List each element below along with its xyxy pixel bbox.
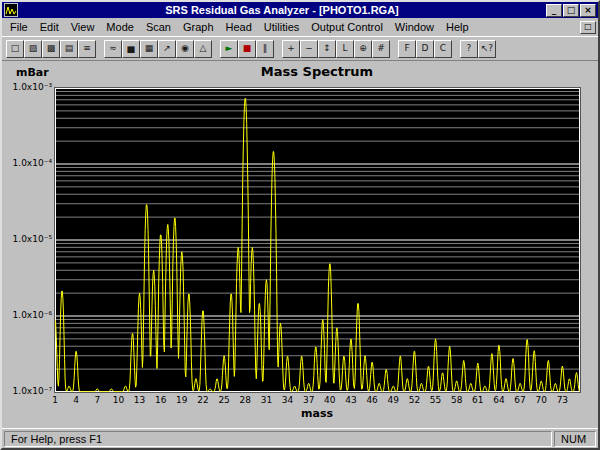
minimize-button[interactable]: _ (546, 4, 562, 17)
toolbar-group: FDC (398, 40, 452, 58)
log-linear-button[interactable]: L (336, 40, 354, 58)
statusbar: For Help, press F1 NUM (2, 428, 598, 448)
filament-button[interactable]: F (398, 40, 416, 58)
app-icon[interactable] (4, 3, 18, 17)
x-tick-label: 19 (176, 395, 187, 405)
menu-view[interactable]: View (65, 19, 101, 35)
toolbar-group: □▨▩▤≡ (6, 40, 96, 58)
x-tick-label: 25 (218, 395, 229, 405)
x-tick-label: 37 (303, 395, 314, 405)
y-tick-label: 1.0x10⁻⁵ (4, 234, 52, 244)
menu-graph[interactable]: Graph (177, 19, 220, 35)
annunciator-button[interactable]: △ (194, 40, 212, 58)
menu-utilities[interactable]: Utilities (258, 19, 305, 35)
x-tick-label: 64 (493, 395, 504, 405)
app-window: SRS Residual Gas Analyzer - [PHOTO1.RGA]… (0, 0, 600, 450)
restore-button[interactable]: □ (563, 4, 579, 17)
menu-edit[interactable]: Edit (34, 19, 65, 35)
toolbar-group: ?↖? (460, 40, 496, 58)
chart-title: Mass Spectrum (261, 64, 373, 79)
copy-button[interactable]: ≡ (78, 40, 96, 58)
toolbar-group: +−↕L⊕# (282, 40, 390, 58)
zoom-out-button[interactable]: − (300, 40, 318, 58)
x-tick-label: 13 (134, 395, 145, 405)
spectrum-plot[interactable] (55, 88, 580, 392)
menu-output-control[interactable]: Output Control (305, 19, 389, 35)
x-tick-label: 73 (557, 395, 568, 405)
y-axis-unit: mBar (16, 66, 49, 79)
x-tick-label: 70 (536, 395, 547, 405)
x-tick-label: 28 (240, 395, 251, 405)
stop-scan-button[interactable]: ■ (238, 40, 256, 58)
x-tick-label: 40 (324, 395, 335, 405)
numlock-indicator: NUM (554, 431, 596, 447)
menu-help[interactable]: Help (440, 19, 475, 35)
pause-scan-button[interactable]: ‖ (256, 40, 274, 58)
titlebar: SRS Residual Gas Analyzer - [PHOTO1.RGA]… (2, 2, 598, 18)
menu-file[interactable]: File (4, 19, 34, 35)
histogram-scan-button[interactable]: ▅ (122, 40, 140, 58)
autoscale-button[interactable]: ↕ (318, 40, 336, 58)
table-scan-button[interactable]: ▦ (140, 40, 158, 58)
x-tick-label: 16 (155, 395, 166, 405)
x-tick-label: 4 (73, 395, 79, 405)
menu-mode[interactable]: Mode (100, 19, 140, 35)
print-button[interactable]: ▤ (60, 40, 78, 58)
menu-head[interactable]: Head (220, 19, 258, 35)
plot-frame (54, 87, 581, 393)
status-message: For Help, press F1 (4, 431, 552, 447)
x-tick-label: 55 (430, 395, 441, 405)
x-tick-label: 52 (409, 395, 420, 405)
pvst-scan-button[interactable]: ↗ (158, 40, 176, 58)
cursor-button[interactable]: ⊕ (354, 40, 372, 58)
new-button[interactable]: □ (6, 40, 24, 58)
x-tick-label: 46 (366, 395, 377, 405)
cdem-button[interactable]: C (434, 40, 452, 58)
context-help-button[interactable]: ↖? (478, 40, 496, 58)
y-tick-label: 1.0x10⁻³ (4, 82, 52, 92)
menu-window[interactable]: Window (389, 19, 440, 35)
analog-scan-button[interactable]: ≈ (104, 40, 122, 58)
close-button[interactable]: × (580, 4, 596, 17)
toolbar-group: ≈▅▦↗◉△ (104, 40, 212, 58)
mdi-restore-button[interactable]: □ (580, 21, 596, 34)
x-tick-label: 61 (472, 395, 483, 405)
x-tick-label: 7 (94, 395, 100, 405)
x-tick-label: 43 (345, 395, 356, 405)
degas-button[interactable]: D (416, 40, 434, 58)
y-tick-label: 1.0x10⁻⁴ (4, 158, 52, 168)
menu-scan[interactable]: Scan (140, 19, 177, 35)
x-tick-label: 10 (113, 395, 124, 405)
spectrum-trace (55, 99, 580, 392)
x-tick-label: 31 (261, 395, 272, 405)
x-tick-label: 58 (451, 395, 462, 405)
start-scan-button[interactable]: ► (220, 40, 238, 58)
toolbar-group: ►■‖ (220, 40, 274, 58)
titlebar-buttons: _ □ × (546, 4, 596, 17)
y-tick-label: 1.0x10⁻⁷ (4, 386, 52, 396)
x-axis-label: mass (301, 407, 333, 420)
leak-test-button[interactable]: ◉ (176, 40, 194, 58)
y-tick-label: 1.0x10⁻⁶ (4, 310, 52, 320)
save-button[interactable]: ▩ (42, 40, 60, 58)
open-button[interactable]: ▨ (24, 40, 42, 58)
chart-area: Mass Spectrum mBar 1.0x10⁻³1.0x10⁻⁴1.0x1… (2, 61, 598, 428)
x-tick-label: 1 (52, 395, 58, 405)
zoom-in-button[interactable]: + (282, 40, 300, 58)
toolbar: □▨▩▤≡≈▅▦↗◉△►■‖+−↕L⊕#FDC?↖? (2, 36, 598, 61)
x-tick-label: 67 (514, 395, 525, 405)
window-title: SRS Residual Gas Analyzer - [PHOTO1.RGA] (21, 2, 543, 18)
x-tick-label: 22 (197, 395, 208, 405)
x-tick-label: 34 (282, 395, 293, 405)
help-button[interactable]: ? (460, 40, 478, 58)
menubar: FileEditViewModeScanGraphHeadUtilitiesOu… (2, 18, 598, 36)
grid-button[interactable]: # (372, 40, 390, 58)
x-tick-label: 49 (388, 395, 399, 405)
